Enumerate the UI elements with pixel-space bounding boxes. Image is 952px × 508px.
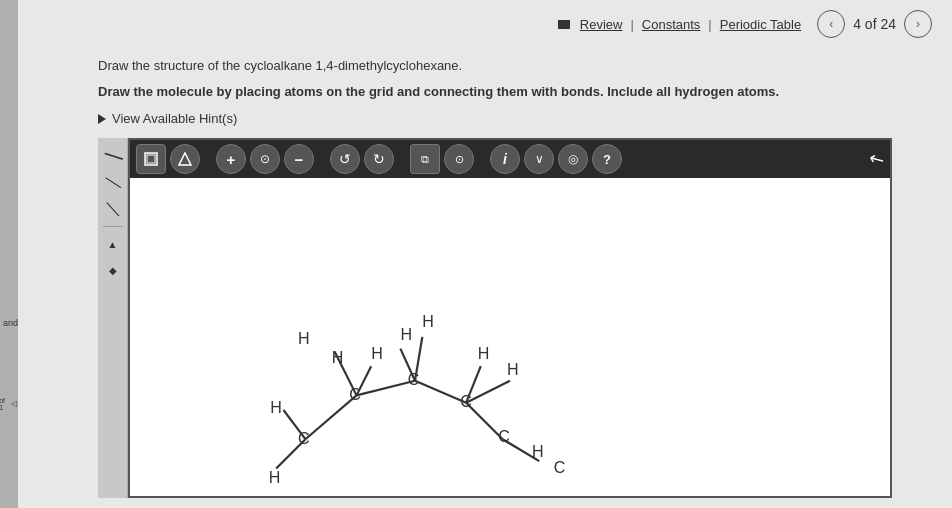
tool-select-btn[interactable]	[136, 144, 166, 174]
molecule-canvas[interactable]: H H H H H H H H H H C C	[128, 178, 892, 498]
review-link[interactable]: Review	[580, 17, 623, 32]
nav-links: Review | Constants | Periodic Table	[558, 17, 801, 32]
tool-zoom-out-btn[interactable]: −	[284, 144, 314, 174]
svg-text:H: H	[507, 360, 519, 378]
tool-copy-btn[interactable]: ⧉	[410, 144, 440, 174]
tool-erase-btn[interactable]	[170, 144, 200, 174]
question-instruction: Draw the molecule by placing atoms on th…	[98, 83, 892, 101]
svg-text:C: C	[408, 370, 420, 388]
page-prev-icon[interactable]: ◁	[9, 399, 18, 408]
separator-2: |	[708, 17, 711, 32]
tool-paste-btn[interactable]: ⊙	[444, 144, 474, 174]
svg-text:H: H	[478, 344, 490, 362]
drawing-toolbar: + ⊙ − ↺ ↻ ⧉ ⊙ i ∨ ◎ ?	[128, 138, 892, 178]
tool-arrow-up[interactable]: ▲	[102, 233, 124, 255]
separator-1: |	[630, 17, 633, 32]
tool-zoom-fit-btn[interactable]: ⊙	[250, 144, 280, 174]
svg-text:H: H	[298, 329, 310, 347]
next-button[interactable]: ›	[904, 10, 932, 38]
svg-text:H: H	[269, 468, 281, 486]
svg-rect-1	[147, 155, 155, 163]
tool-search-btn[interactable]: ◎	[558, 144, 588, 174]
pagination: ‹ 4 of 24 ›	[817, 10, 932, 38]
svg-text:C: C	[349, 385, 361, 403]
tool-diamond[interactable]: ◆	[102, 259, 124, 281]
svg-text:C: C	[460, 392, 472, 410]
svg-text:H: H	[532, 442, 544, 460]
tool-diagonal-2[interactable]: ╲	[97, 168, 127, 198]
tool-info-btn[interactable]: i	[490, 144, 520, 174]
svg-text:C: C	[554, 458, 566, 476]
sidebar-text-and: and	[3, 318, 18, 328]
cursor-area: ↖	[626, 148, 884, 170]
tool-undo-btn[interactable]: ↺	[330, 144, 360, 174]
review-icon	[558, 20, 570, 29]
tool-zoom-in-btn[interactable]: +	[216, 144, 246, 174]
tool-diagonal-3[interactable]: ╲	[99, 196, 126, 223]
periodic-table-link[interactable]: Periodic Table	[720, 17, 801, 32]
svg-text:H: H	[270, 398, 282, 416]
tool-divider-1	[103, 226, 123, 227]
canvas-section: + ⊙ − ↺ ↻ ⧉ ⊙ i ∨ ◎ ?	[128, 138, 892, 498]
page-count: 4 of 24	[853, 16, 896, 32]
cursor-icon: ↖	[865, 146, 889, 173]
vertical-tools: ╲ ╲ ╲ ▲ ◆	[98, 138, 128, 498]
main-container: and cted ng s ◁ of 1 ▷ Review | Constant…	[0, 0, 952, 508]
tool-expand-btn[interactable]: ∨	[524, 144, 554, 174]
tool-help-btn[interactable]: ?	[592, 144, 622, 174]
question-prompt: Draw the structure of the cycloalkane 1,…	[98, 58, 892, 73]
tool-diagonal-1[interactable]: ╲	[97, 142, 128, 173]
svg-text:C: C	[498, 427, 510, 445]
hint-triangle-icon	[98, 114, 106, 124]
svg-text:H: H	[371, 344, 383, 362]
content-area: Draw the structure of the cycloalkane 1,…	[18, 48, 952, 508]
svg-text:H: H	[422, 312, 434, 330]
svg-line-4	[357, 381, 415, 396]
top-nav: Review | Constants | Periodic Table ‹ 4 …	[18, 0, 952, 48]
page-nav: ◁ of 1 ▷	[0, 399, 18, 408]
drawing-area: ╲ ╲ ╲ ▲ ◆	[98, 138, 892, 498]
svg-text:C: C	[298, 429, 310, 447]
constants-link[interactable]: Constants	[642, 17, 701, 32]
hint-row[interactable]: View Available Hint(s)	[98, 111, 892, 126]
prev-button[interactable]: ‹	[817, 10, 845, 38]
svg-marker-2	[179, 153, 191, 165]
tool-redo-btn[interactable]: ↻	[364, 144, 394, 174]
svg-line-5	[415, 381, 466, 403]
page-of-indicator: of 1	[0, 397, 5, 411]
right-panel: Review | Constants | Periodic Table ‹ 4 …	[18, 0, 952, 508]
svg-text:H: H	[332, 348, 344, 366]
hint-label: View Available Hint(s)	[112, 111, 237, 126]
left-sidebar: and cted ng s ◁ of 1 ▷	[0, 0, 18, 508]
svg-text:H: H	[400, 325, 412, 343]
